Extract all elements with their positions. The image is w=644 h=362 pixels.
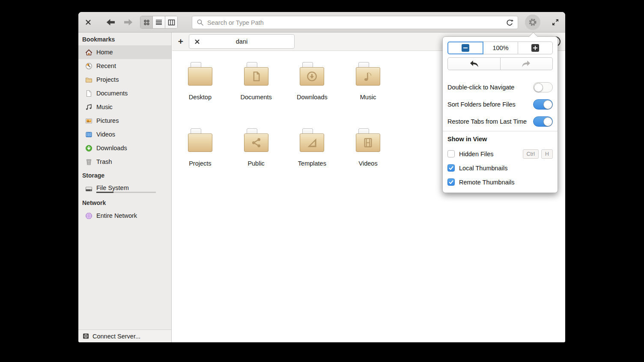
file-name: Downloads bbox=[297, 94, 328, 101]
zoom-in-button[interactable] bbox=[518, 42, 553, 54]
refresh-icon[interactable] bbox=[506, 19, 513, 27]
sidebar-item-videos[interactable]: Videos bbox=[78, 128, 171, 141]
sidebar-item-label: Trash bbox=[96, 158, 112, 165]
file-item-templates[interactable]: Templates bbox=[284, 128, 340, 195]
document-icon bbox=[85, 90, 92, 97]
toggle-row-sort-folders: Sort Folders before Files bbox=[447, 96, 553, 113]
settings-popover: 100% Double-click to Navigate Sort Folde… bbox=[442, 36, 558, 193]
file-manager-window: Search or Type Path Bookmarks Home Recen… bbox=[78, 12, 565, 342]
file-name: Music bbox=[360, 94, 376, 101]
gear-icon bbox=[528, 18, 537, 27]
file-item-music[interactable]: Music bbox=[340, 62, 396, 128]
sidebar-item-downloads[interactable]: Downloads bbox=[78, 141, 171, 155]
zoom-control: 100% bbox=[447, 42, 553, 54]
history-control bbox=[447, 57, 553, 70]
remote-thumbnails-row: Remote Thumbnails bbox=[447, 175, 553, 189]
toggle-row-double-click: Double-click to Navigate bbox=[447, 79, 553, 96]
videos-icon bbox=[85, 131, 92, 138]
keycap-h: H bbox=[541, 149, 553, 159]
folder-downloads-icon bbox=[300, 62, 324, 86]
zoom-out-icon bbox=[462, 44, 469, 52]
remote-thumbnails-checkbox[interactable] bbox=[447, 178, 455, 186]
checkbox-label: Local Thumbnails bbox=[459, 165, 507, 172]
sidebar-item-trash[interactable]: Trash bbox=[78, 155, 171, 169]
server-icon bbox=[82, 332, 89, 340]
folder-icon bbox=[188, 62, 212, 86]
zoom-in-icon bbox=[531, 44, 539, 52]
list-view-button[interactable] bbox=[152, 16, 165, 28]
file-name: Videos bbox=[359, 160, 378, 167]
zoom-level[interactable]: 100% bbox=[483, 42, 518, 54]
file-name: Projects bbox=[189, 160, 211, 167]
toggle-label: Double-click to Navigate bbox=[447, 84, 514, 91]
pictures-icon bbox=[85, 117, 92, 125]
history-back-button[interactable] bbox=[447, 57, 501, 70]
sidebar-item-label: Home bbox=[96, 49, 113, 56]
sidebar-item-projects[interactable]: Projects bbox=[78, 73, 171, 86]
sidebar-item-label: File System bbox=[96, 184, 156, 191]
sidebar-item-pictures[interactable]: Pictures bbox=[78, 114, 171, 128]
folder-icon bbox=[188, 128, 212, 152]
grid-view-icon bbox=[143, 19, 150, 26]
restore-tabs-toggle[interactable] bbox=[533, 116, 553, 127]
double-click-toggle[interactable] bbox=[533, 82, 553, 92]
grid-view-button[interactable] bbox=[140, 16, 152, 28]
back-button[interactable] bbox=[106, 18, 115, 27]
sidebar-item-entire-network[interactable]: Entire Network bbox=[78, 209, 171, 223]
folder-icon bbox=[85, 76, 92, 83]
undo-arrow-icon bbox=[469, 60, 479, 68]
hidden-files-checkbox[interactable] bbox=[447, 150, 455, 157]
connect-server-button[interactable]: Connect Server... bbox=[78, 329, 171, 342]
file-item-videos[interactable]: Videos bbox=[340, 128, 396, 195]
local-thumbnails-checkbox[interactable] bbox=[447, 164, 455, 172]
music-icon bbox=[85, 104, 92, 111]
file-name: Documents bbox=[240, 94, 271, 101]
history-forward-button[interactable] bbox=[501, 57, 553, 70]
sidebar-item-label: Downloads bbox=[96, 145, 127, 151]
tab-dani[interactable]: dani bbox=[189, 34, 295, 49]
local-thumbnails-row: Local Thumbnails bbox=[447, 161, 553, 175]
settings-button[interactable] bbox=[525, 15, 540, 30]
tab-close-icon[interactable] bbox=[195, 39, 200, 44]
file-name: Desktop bbox=[189, 94, 212, 101]
sidebar-item-label: Documents bbox=[96, 90, 128, 97]
window-close-button[interactable] bbox=[85, 19, 91, 25]
toolbar: Search or Type Path bbox=[78, 12, 565, 33]
file-item-projects[interactable]: Projects bbox=[172, 128, 228, 195]
folder-share-icon bbox=[244, 128, 268, 152]
trash-icon bbox=[85, 158, 92, 166]
file-item-desktop[interactable]: Desktop bbox=[172, 62, 228, 128]
sidebar-item-home[interactable]: Home bbox=[78, 45, 171, 59]
column-view-button[interactable] bbox=[165, 16, 177, 28]
column-view-icon bbox=[168, 19, 175, 26]
checkbox-label: Hidden Files bbox=[459, 151, 494, 157]
file-item-public[interactable]: Public bbox=[228, 128, 284, 195]
toggle-label: Restore Tabs from Last Time bbox=[447, 118, 527, 125]
sidebar-item-recent[interactable]: Recent bbox=[78, 59, 171, 73]
forward-button[interactable] bbox=[124, 18, 133, 27]
keycap-ctrl: Ctrl bbox=[523, 149, 539, 159]
sidebar-item-label: Videos bbox=[96, 131, 115, 138]
hidden-files-row: Hidden Files Ctrl H bbox=[447, 147, 553, 161]
sidebar-item-documents[interactable]: Documents bbox=[78, 86, 171, 100]
list-view-icon bbox=[155, 19, 162, 26]
file-item-downloads[interactable]: Downloads bbox=[284, 62, 340, 128]
fullscreen-button[interactable] bbox=[551, 18, 560, 27]
file-name: Templates bbox=[298, 160, 326, 167]
redo-arrow-icon bbox=[521, 60, 531, 68]
connect-server-label: Connect Server... bbox=[92, 333, 140, 340]
sidebar-item-label: Recent bbox=[96, 62, 116, 69]
sidebar-item-music[interactable]: Music bbox=[78, 100, 171, 114]
new-tab-button[interactable]: + bbox=[175, 33, 187, 50]
file-item-documents[interactable]: Documents bbox=[228, 62, 284, 128]
network-icon bbox=[85, 212, 92, 220]
view-switcher bbox=[140, 16, 178, 29]
search-input[interactable]: Search or Type Path bbox=[192, 16, 518, 29]
sort-folders-toggle[interactable] bbox=[533, 99, 553, 110]
folder-documents-icon bbox=[244, 62, 268, 86]
sidebar-header-storage: Storage bbox=[78, 169, 171, 181]
zoom-out-button[interactable] bbox=[447, 42, 483, 54]
search-placeholder: Search or Type Path bbox=[207, 19, 502, 26]
sidebar-item-file-system[interactable]: File System bbox=[78, 181, 171, 196]
folder-videos-icon bbox=[356, 128, 380, 152]
